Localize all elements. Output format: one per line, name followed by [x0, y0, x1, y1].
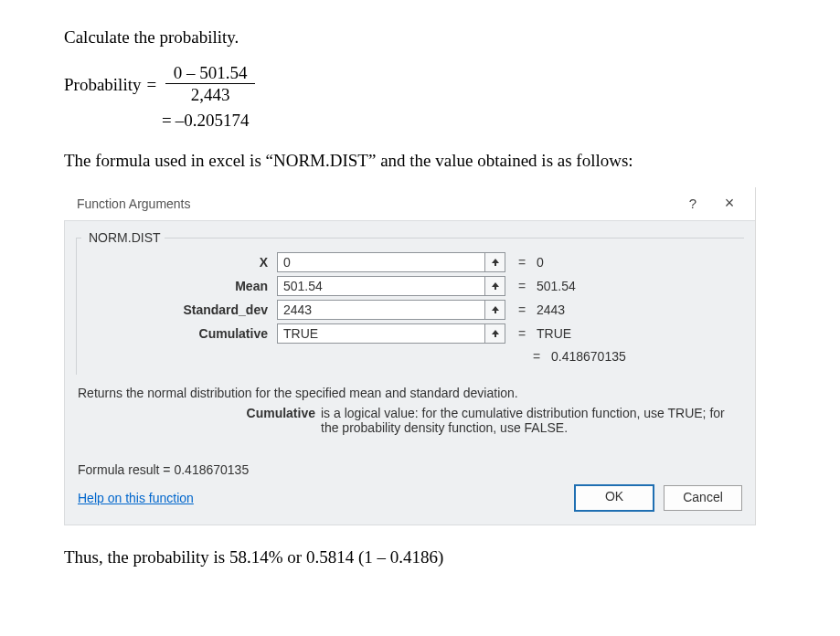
function-result-row: = 0.418670135 — [85, 349, 735, 364]
dialog-body: NORM.DIST X = 0 Mean — [64, 220, 755, 525]
equals-icon: = — [518, 302, 529, 317]
collapse-dialog-icon[interactable] — [485, 276, 505, 296]
equals-icon: = — [518, 279, 529, 293]
arg-input-cumulative[interactable] — [277, 323, 485, 344]
function-arguments-dialog: Function Arguments ? × NORM.DIST X = 0 — [64, 187, 756, 525]
probability-formula: Probability = 0 – 501.54 2,443 = –0.2051… — [64, 64, 776, 134]
dialog-title-text: Function Arguments — [77, 196, 675, 211]
prob-label: Probability — [64, 71, 141, 99]
arg-row-stddev: Standard_dev = 2443 — [85, 300, 735, 320]
dialog-close-button[interactable]: × — [711, 194, 748, 213]
cancel-button[interactable]: Cancel — [664, 485, 742, 511]
current-arg-description: is a logical value: for the cumulative d… — [321, 406, 742, 435]
help-on-function-link[interactable]: Help on this function — [78, 491, 194, 505]
intro-text: Calculate the probability. — [64, 27, 776, 48]
ok-button[interactable]: OK — [574, 484, 654, 512]
arg-result-cumulative: TRUE — [537, 326, 571, 341]
equals-icon: = — [518, 326, 529, 341]
formula-result-label: Formula result = — [78, 462, 174, 477]
arg-input-mean[interactable] — [277, 276, 485, 296]
numerator: 0 – 501.54 — [165, 64, 255, 84]
equals-sign-1: = — [146, 71, 156, 99]
arg-result-stddev: 2443 — [537, 302, 565, 317]
dialog-help-button[interactable]: ? — [675, 196, 711, 211]
function-result-value: 0.418670135 — [551, 349, 626, 364]
arg-label-stddev: Standard_dev — [85, 302, 277, 317]
arg-label-mean: Mean — [85, 279, 277, 293]
dialog-titlebar: Function Arguments ? × — [64, 187, 755, 220]
arg-row-mean: Mean = 501.54 — [85, 276, 735, 296]
formula-result-row: Formula result = 0.418670135 — [65, 444, 755, 490]
arg-label-x: X — [85, 255, 277, 270]
collapse-dialog-icon[interactable] — [485, 323, 505, 344]
arg-input-x[interactable] — [277, 252, 485, 272]
arg-row-x: X = 0 — [85, 252, 735, 272]
collapse-dialog-icon[interactable] — [485, 252, 505, 272]
equals-icon: = — [533, 349, 544, 364]
prob-value: –0.205174 — [175, 107, 250, 134]
group-legend: NORM.DIST — [85, 230, 165, 245]
equals-sign-2: = — [162, 107, 172, 134]
closing-text: Thus, the probability is 58.14% or 0.581… — [64, 547, 776, 567]
arg-row-cumulative: Cumulative = TRUE — [85, 323, 735, 344]
formula-result-value: 0.418670135 — [174, 462, 249, 477]
arg-label-cumulative: Cumulative — [85, 326, 277, 341]
arg-result-x: 0 — [537, 255, 544, 270]
norm-dist-group: NORM.DIST X = 0 Mean — [76, 230, 744, 375]
formula-explain: The formula used in excel is “NORM.DIST”… — [64, 151, 776, 171]
equals-icon: = — [518, 255, 529, 270]
current-arg-label: Cumulative — [78, 406, 321, 435]
fraction: 0 – 501.54 2,443 — [165, 64, 255, 107]
function-description: Returns the normal distribution for the … — [78, 386, 742, 400]
function-description-block: Returns the normal distribution for the … — [65, 382, 755, 444]
denominator: 2,443 — [187, 84, 234, 107]
collapse-dialog-icon[interactable] — [485, 300, 505, 320]
arg-input-stddev[interactable] — [277, 300, 485, 320]
arg-result-mean: 501.54 — [537, 279, 576, 293]
